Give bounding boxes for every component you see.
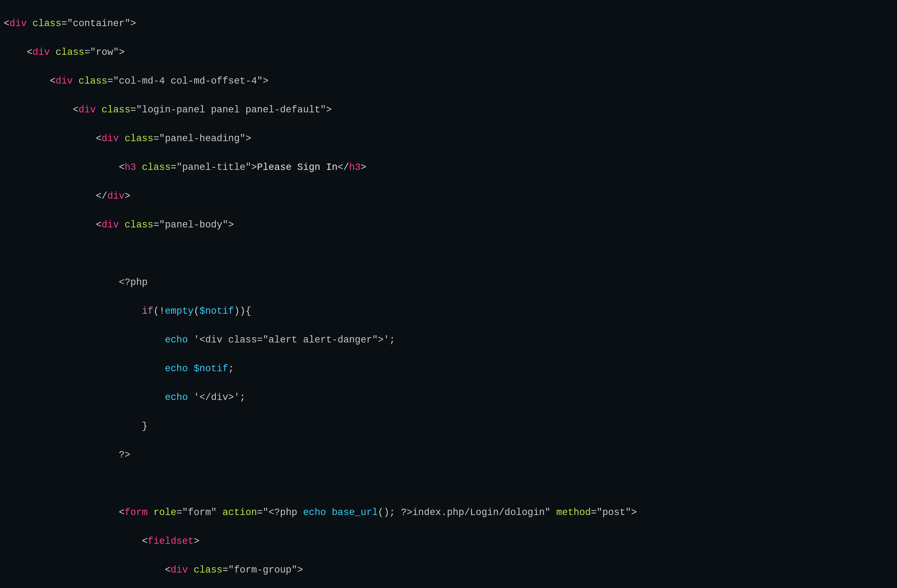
code-line: ?> [4, 448, 897, 462]
code-line: } [4, 419, 897, 434]
code-line: <form role="form" action="<?php echo bas… [4, 506, 897, 520]
code-line: <div class="login-panel panel panel-defa… [4, 103, 897, 117]
code-line: <div class="form-group"> [4, 563, 897, 577]
code-line: <div class="panel-body"> [4, 218, 897, 232]
code-line: echo '<div class="alert alert-danger">'; [4, 333, 897, 347]
code-line: echo '</div>'; [4, 390, 897, 405]
code-editor[interactable]: <div class="container"> <div class="row"… [0, 0, 897, 588]
code-line: echo $notif; [4, 362, 897, 376]
code-line: <fieldset> [4, 534, 897, 548]
code-line: <div class="panel-heading"> [4, 131, 897, 146]
code-line [4, 247, 897, 261]
code-line: <div class="row"> [4, 45, 897, 60]
code-line: <div class="container"> [4, 17, 897, 31]
code-line [4, 477, 897, 491]
code-line: if(!empty($notif)){ [4, 304, 897, 319]
code-line: <div class="col-md-4 col-md-offset-4"> [4, 74, 897, 89]
code-line: <?php [4, 275, 897, 290]
code-line: </div> [4, 189, 897, 203]
code-line: <h3 class="panel-title">Please Sign In</… [4, 160, 897, 175]
